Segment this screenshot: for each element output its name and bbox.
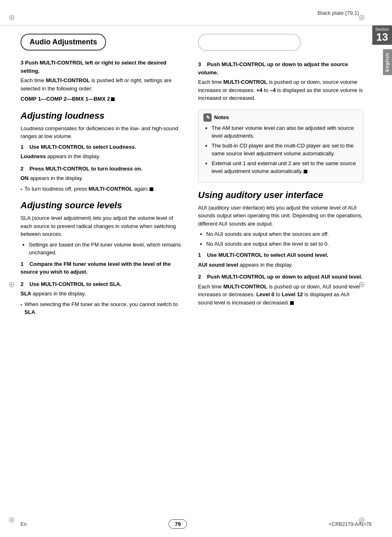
left-column: Audio Adjustments 3 Push MULTI-CONTROL l…: [21, 34, 186, 324]
end-square-3: [304, 170, 307, 173]
loudness-step2-bullet: ▪ To turn loudness off, press MULTI-CONT…: [21, 185, 186, 193]
loudness-step1-body: Loudness appears in the display.: [21, 152, 186, 161]
footer-page-number: 79: [168, 519, 187, 529]
crosshair-mid-right: ⊕: [358, 279, 365, 289]
aui-intro: AUI (auditory user interface) lets you a…: [198, 204, 363, 228]
note-item-3: External unit 1 and external unit 2 are …: [212, 159, 358, 175]
footer-code: <CRB2179-A/N>79: [329, 521, 371, 527]
source-intro: SLA (source level adjustment) lets you a…: [21, 214, 186, 238]
small-bullet-icon-2: ▪: [21, 302, 22, 308]
source-step1-heading: 1 Compare the FM tuner volume level with…: [21, 260, 186, 276]
source-title: Adjusting source levels: [21, 200, 186, 211]
footer-en-label: En: [21, 521, 27, 527]
loudness-step2-body: ON appears in the display.: [21, 174, 186, 182]
source-step2-bullet: ▪ When selecting the FM tuner as the sou…: [21, 300, 186, 316]
adjusting-source-section: Adjusting source levels SLA (source leve…: [21, 200, 186, 316]
aui-step2-heading: 2 Push MULTI-CONTROL up or down to adjus…: [198, 273, 363, 281]
step3-left-section: 3 Push MULTI-CONTROL left or right to se…: [21, 59, 186, 103]
notes-list: The AM tuner volume level can also be ad…: [212, 124, 358, 175]
source-bullet1: Settings are based on the FM tuner volum…: [29, 241, 186, 257]
source-bullets: Settings are based on the FM tuner volum…: [29, 241, 186, 257]
notes-icon: ✎: [203, 113, 212, 122]
step3-right-heading: 3 Push MULTI-CONTROL up or down to adjus…: [198, 60, 363, 76]
page-title-box: Audio Adjustments: [21, 34, 106, 51]
aui-bullet2: No AUI sounds are output when the level …: [206, 240, 363, 248]
right-column: 3 Push MULTI-CONTROL up or down to adjus…: [198, 34, 363, 324]
footer: En 79 <CRB2179-A/N>79: [0, 519, 392, 529]
step3-left-sequence: COMP 1—COMP 2—BMX 1—BMX 2: [21, 95, 186, 103]
main-container: Audio Adjustments 3 Push MULTI-CONTROL l…: [0, 25, 392, 332]
small-bullet-icon: ▪: [21, 186, 22, 192]
section-number: 13: [372, 32, 392, 42]
notes-box: ✎ Notes The AM tuner volume level can al…: [198, 110, 363, 182]
notes-label: Notes: [214, 114, 229, 120]
aui-title: Using auditory user interface: [198, 190, 363, 201]
end-square-4: [290, 301, 294, 305]
loudness-step1-heading: 1 Use MULTI-CONTROL to select Loudness.: [21, 143, 186, 151]
aui-section: Using auditory user interface AUI (audit…: [198, 190, 363, 307]
source-step2-heading: 2 Use MULTI-CONTROL to select SLA.: [21, 280, 186, 288]
english-tab: English: [383, 49, 392, 75]
adjusting-loudness-section: Adjusting loudness Loudness compensates …: [21, 111, 186, 193]
note-item-2: The built-in CD player and the multi-CD …: [212, 142, 358, 158]
plate-text: Black plate (79,1): [318, 9, 359, 16]
aui-step1-body: AUI sound level appears in the display.: [198, 261, 363, 269]
aui-step1-heading: 1 Use MULTI-CONTROL to select AUI sound …: [198, 251, 363, 259]
oval-placeholder: [198, 34, 301, 51]
loudness-title: Adjusting loudness: [21, 111, 186, 121]
step3-left-body: Each time MULTI-CONTROL is pushed left o…: [21, 76, 186, 92]
header-bar: Black plate (79,1): [0, 0, 392, 25]
aui-bullets: No AUI sounds are output when the source…: [206, 230, 363, 248]
loudness-step2-bullet-text: To turn loudness off, press MULTI-CONTRO…: [25, 185, 153, 193]
step3-right-body: Each time MULTI-CONTROL is pushed up or …: [198, 78, 363, 102]
notes-header: ✎ Notes: [203, 113, 358, 122]
end-square-1: [111, 97, 115, 101]
page-title: Audio Adjustments: [30, 38, 97, 46]
note-item-1: The AM tuner volume level can also be ad…: [212, 124, 358, 140]
loudness-step2-heading: 2 Press MULTI-CONTROL to turn loudness o…: [21, 165, 186, 173]
section-tab: Section 13: [372, 25, 392, 45]
source-step2-bullet-text: When selecting the FM tuner as the sourc…: [25, 300, 186, 316]
step3-left-heading: 3 Push MULTI-CONTROL left or right to se…: [21, 59, 186, 75]
loudness-intro: Loudness compensates for deficiencies in…: [21, 124, 186, 141]
aui-bullet1: No AUI sounds are output when the source…: [206, 230, 363, 238]
end-square-2: [150, 187, 153, 191]
aui-step2-body: Each time MULTI-CONTROL is pushed up or …: [198, 283, 363, 307]
crosshair-mid-left: ⊕: [8, 279, 15, 289]
source-step2-body: SLA appears in the display.: [21, 290, 186, 298]
step3-right-section: 3 Push MULTI-CONTROL up or down to adjus…: [198, 60, 363, 102]
